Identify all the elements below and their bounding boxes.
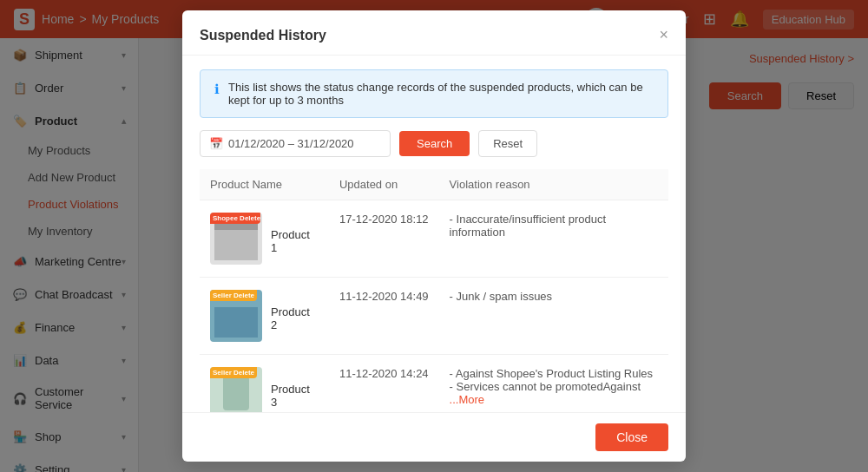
info-text: This list shows the status change record… — [228, 81, 654, 107]
date-range-value: 01/12/2020 – 31/12/2020 — [228, 137, 354, 150]
product-cell-0: Shopee Deleted Product 1 — [200, 200, 329, 278]
close-button[interactable]: Close — [595, 423, 668, 451]
product-cell-1: Seller Delete Product 2 — [200, 278, 329, 355]
product-name-2: Product 3 — [271, 383, 319, 409]
more-link[interactable]: ...More — [450, 393, 484, 406]
product-reason-1: - Junk / spam issues — [439, 278, 668, 355]
search-button[interactable]: Search — [399, 131, 470, 156]
col-updated-on: Updated on — [329, 169, 439, 200]
col-product-name: Product Name — [200, 169, 329, 200]
product-name-0: Product 1 — [271, 228, 319, 254]
date-range-input[interactable]: 📅 01/12/2020 – 31/12/2020 — [200, 130, 391, 157]
modal-body: ℹ This list shows the status change reco… — [182, 56, 686, 412]
modal-footer: Close — [182, 412, 686, 462]
col-violation-reason: Violation reason — [439, 169, 668, 200]
modal-close-button[interactable]: × — [659, 26, 668, 44]
product-date-0: 17-12-2020 18:12 — [329, 200, 439, 278]
product-date-2: 11-12-2020 14:24 — [329, 355, 439, 413]
svg-rect-4 — [214, 307, 258, 338]
product-reason-2: - Against Shopee's Product Listing Rules… — [439, 355, 668, 413]
modal-overlay: Suspended History × ℹ This list shows th… — [0, 0, 868, 472]
table-row: Shopee Deleted Product 1 17-12-2020 18:1… — [200, 200, 668, 278]
table-row: Seller Delete Product 2 11-12-2020 14:49… — [200, 278, 668, 355]
date-filter: 📅 01/12/2020 – 31/12/2020 Search Reset — [200, 130, 668, 157]
reset-button[interactable]: Reset — [478, 130, 537, 157]
svg-rect-1 — [214, 230, 258, 260]
product-cell-2: Seller Delete Product 3 — [200, 355, 329, 413]
modal-header: Suspended History × — [182, 10, 686, 56]
suspended-history-modal: Suspended History × ℹ This list shows th… — [182, 10, 686, 462]
history-table: Product Name Updated on Violation reason… — [200, 169, 668, 412]
info-icon: ℹ — [214, 82, 220, 107]
table-row: Seller Delete Product 3 11-12-2020 14:24… — [200, 355, 668, 413]
product-name-1: Product 2 — [271, 305, 319, 331]
product-reason-0: - Inaccurate/insufficient product inform… — [439, 200, 668, 278]
modal-title: Suspended History — [200, 28, 326, 43]
calendar-icon: 📅 — [209, 137, 223, 150]
info-box: ℹ This list shows the status change reco… — [200, 69, 668, 118]
svg-rect-6 — [223, 376, 249, 410]
product-date-1: 11-12-2020 14:49 — [329, 278, 439, 355]
